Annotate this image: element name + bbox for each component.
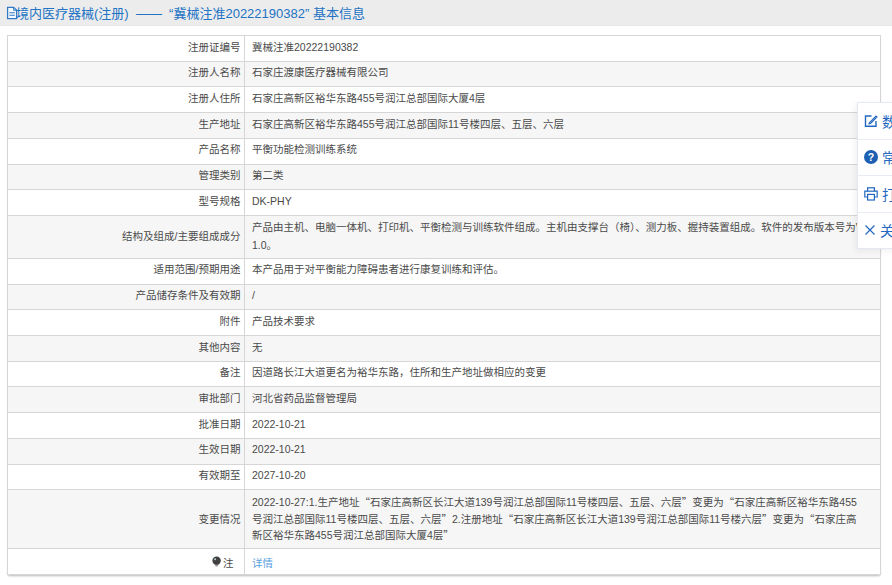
svg-text:?: ? — [868, 151, 874, 163]
